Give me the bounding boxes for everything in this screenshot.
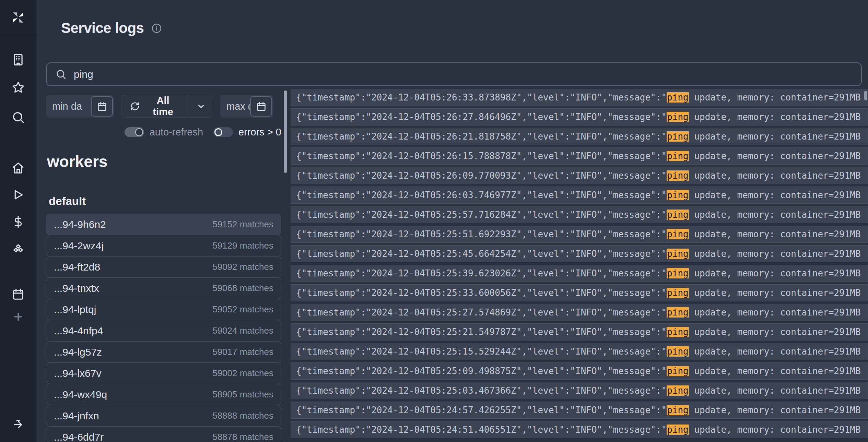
log-line: {"timestamp":"2024-12-04T05:25:33.600056… xyxy=(291,284,868,301)
log-line: {"timestamp":"2024-12-04T05:24:57.426255… xyxy=(291,402,868,419)
calendar-icon xyxy=(97,101,107,112)
search-match-highlight: ping xyxy=(667,112,689,122)
log-line: {"timestamp":"2024-12-04T05:26:21.818758… xyxy=(291,128,868,145)
worker-list-item[interactable]: ...94-2wz4j59129 matches xyxy=(46,235,281,256)
log-line: {"timestamp":"2024-12-04T05:26:03.746977… xyxy=(291,187,868,204)
time-range-main-button[interactable]: All time xyxy=(121,95,189,117)
worker-match-count: 59002 matches xyxy=(212,368,273,379)
main-panel: Service logs xyxy=(36,0,868,442)
search-match-highlight: ping xyxy=(667,151,689,161)
search-match-highlight: ping xyxy=(667,210,689,220)
worker-match-count: 59092 matches xyxy=(212,262,273,272)
search-match-highlight: ping xyxy=(667,385,689,396)
worker-list-item[interactable]: ...94-9h6n259152 matches xyxy=(46,214,281,235)
search-match-highlight: ping xyxy=(667,405,689,415)
min-date-calendar-button[interactable] xyxy=(91,96,113,117)
min-date-field xyxy=(46,95,114,118)
info-icon[interactable] xyxy=(151,23,162,34)
search-icon[interactable] xyxy=(12,111,25,124)
log-line: {"timestamp":"2024-12-04T05:26:33.873898… xyxy=(291,89,868,106)
worker-match-count: 59024 matches xyxy=(212,325,273,336)
worker-match-count: 59017 matches xyxy=(212,347,273,357)
worker-name: ...94-lptqj xyxy=(54,304,96,315)
auto-refresh-toggle[interactable] xyxy=(125,127,144,137)
home-icon[interactable] xyxy=(12,162,25,175)
worker-match-count: 59068 matches xyxy=(212,283,273,294)
search-icon xyxy=(56,69,66,80)
search-match-highlight: ping xyxy=(667,268,689,278)
log-line: {"timestamp":"2024-12-04T05:25:51.692293… xyxy=(291,226,868,243)
worker-name: ...94-4nfp4 xyxy=(54,325,103,337)
worker-name: ...94-tnxtx xyxy=(54,283,99,294)
page-title: Service logs xyxy=(61,20,144,36)
content-area: All time auto-refresh errors > xyxy=(46,89,868,441)
worker-list-item[interactable]: ...94-tnxtx59068 matches xyxy=(46,277,281,299)
worker-match-count: 58878 matches xyxy=(212,432,273,441)
worker-name: ...94-ft2d8 xyxy=(54,261,100,273)
sidebar xyxy=(0,0,36,442)
schedules-icon[interactable] xyxy=(12,288,25,301)
max-date-field xyxy=(220,95,273,118)
worker-name: ...94-2wz4j xyxy=(54,240,104,252)
log-line: {"timestamp":"2024-12-04T05:25:27.574869… xyxy=(291,304,868,321)
search-input[interactable] xyxy=(74,69,852,80)
search-match-highlight: ping xyxy=(667,131,689,142)
page-header: Service logs xyxy=(61,20,868,36)
worker-match-count: 59052 matches xyxy=(212,304,273,315)
log-line: {"timestamp":"2024-12-04T05:26:15.788878… xyxy=(291,147,868,165)
worker-match-count: 59129 matches xyxy=(212,240,273,251)
worker-list-item[interactable]: ...94-lg57z59017 matches xyxy=(46,341,281,363)
search-match-highlight: ping xyxy=(667,327,689,337)
errors-toggle[interactable] xyxy=(213,127,233,137)
add-icon[interactable] xyxy=(12,310,25,323)
auto-refresh-label: auto-refresh xyxy=(150,127,203,138)
vertical-scrollbar-thumb[interactable] xyxy=(284,91,287,173)
max-date-calendar-button[interactable] xyxy=(250,96,272,117)
time-range-dropdown-button[interactable] xyxy=(189,95,213,117)
log-line: {"timestamp":"2024-12-04T05:25:03.467366… xyxy=(291,382,868,399)
log-lines-panel: {"timestamp":"2024-12-04T05:26:33.873898… xyxy=(291,89,868,441)
log-line-scrollbar-thumb[interactable] xyxy=(864,91,867,100)
worker-match-count: 58905 matches xyxy=(212,389,273,400)
log-line: {"timestamp":"2024-12-04T05:25:09.498875… xyxy=(291,362,868,380)
runs-icon[interactable] xyxy=(12,188,25,201)
log-line: {"timestamp":"2024-12-04T05:24:51.406551… xyxy=(291,421,868,438)
worker-list-item[interactable]: ...94-lptqj59052 matches xyxy=(46,299,281,320)
worker-match-count: 59152 matches xyxy=(212,219,273,230)
worker-name: ...94-9h6n2 xyxy=(54,219,106,230)
workspace-icon[interactable] xyxy=(12,53,25,66)
workers-heading: workers xyxy=(47,152,281,171)
favorites-icon[interactable] xyxy=(12,81,25,94)
log-line: {"timestamp":"2024-12-04T05:25:45.664254… xyxy=(291,245,868,262)
sidebar-nav xyxy=(0,35,36,323)
worker-list-item[interactable]: ...94-wx49q58905 matches xyxy=(46,384,281,405)
worker-list-item[interactable]: ...94-ft2d859092 matches xyxy=(46,256,281,278)
windmill-logo[interactable] xyxy=(12,11,25,24)
worker-name: ...94-lg57z xyxy=(54,346,102,358)
filters-and-workers-panel: All time auto-refresh errors > xyxy=(46,89,281,441)
usage-icon[interactable] xyxy=(12,215,25,228)
worker-list-item[interactable]: ...94-6dd7r58878 matches xyxy=(46,426,281,441)
time-range-button: All time xyxy=(121,95,213,118)
search-match-highlight: ping xyxy=(667,229,689,239)
worker-list-item[interactable]: ...94-jnfxn58888 matches xyxy=(46,405,281,427)
app-logo-area xyxy=(0,0,36,35)
toggle-knob xyxy=(214,128,222,136)
worker-name: ...94-wx49q xyxy=(54,389,107,401)
log-line: {"timestamp":"2024-12-04T05:26:09.770093… xyxy=(291,167,868,184)
expand-sidebar-icon[interactable] xyxy=(12,417,25,430)
log-search-bar xyxy=(46,62,862,86)
resources-icon[interactable] xyxy=(12,242,25,255)
time-range-label: All time xyxy=(146,95,180,118)
worker-list-item[interactable]: ...94-4nfp459024 matches xyxy=(46,320,281,342)
errors-toggle-label: errors > 0 xyxy=(238,127,281,138)
worker-list-item[interactable]: ...94-lx67v59002 matches xyxy=(46,362,281,384)
search-match-highlight: ping xyxy=(667,170,689,181)
search-match-highlight: ping xyxy=(667,288,689,298)
worker-name: ...94-lx67v xyxy=(54,368,101,379)
worker-list: ...94-9h6n259152 matches...94-2wz4j59129… xyxy=(46,214,281,441)
date-filter-row: All time xyxy=(46,95,281,118)
toggle-row: auto-refresh errors > 0 xyxy=(46,127,281,138)
calendar-icon xyxy=(256,101,267,112)
log-line: {"timestamp":"2024-12-04T05:25:21.549787… xyxy=(291,323,868,341)
